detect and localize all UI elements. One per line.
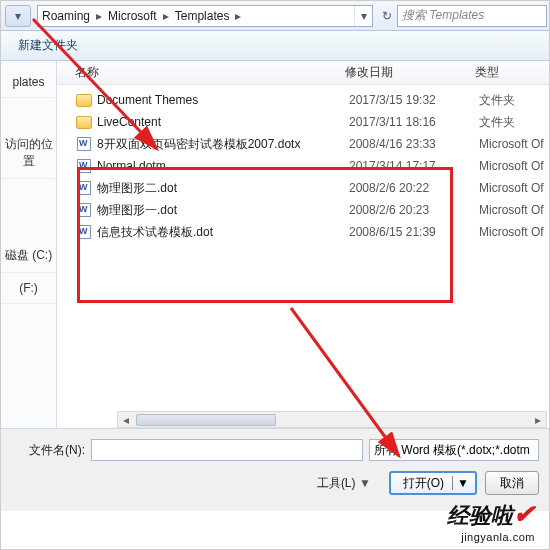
file-type: 文件夹 bbox=[479, 92, 549, 109]
scroll-right-icon[interactable]: ▸ bbox=[530, 413, 546, 427]
file-name: LiveContent bbox=[97, 115, 349, 129]
horizontal-scrollbar[interactable]: ◂ ▸ bbox=[117, 411, 547, 428]
folder-icon bbox=[75, 114, 93, 130]
table-row[interactable]: Document Themes2017/3/15 19:32文件夹 bbox=[57, 89, 549, 111]
word-icon bbox=[75, 202, 93, 218]
file-date: 2008/2/6 20:23 bbox=[349, 203, 479, 217]
table-row[interactable]: 物理图形一.dot2008/2/6 20:23Microsoft Of bbox=[57, 199, 549, 221]
file-name: Normal.dotm bbox=[97, 159, 349, 173]
crumb-microsoft[interactable]: Microsoft bbox=[104, 6, 161, 26]
scroll-left-icon[interactable]: ◂ bbox=[118, 413, 134, 427]
filename-input[interactable] bbox=[91, 439, 363, 461]
table-row[interactable]: LiveContent2017/3/11 18:16文件夹 bbox=[57, 111, 549, 133]
chevron-right-icon: ▸ bbox=[233, 9, 243, 23]
file-type: Microsoft Of bbox=[479, 159, 549, 173]
refresh-icon[interactable]: ↻ bbox=[377, 5, 397, 27]
header-name[interactable]: 名称 bbox=[75, 64, 345, 81]
file-date: 2017/3/15 19:32 bbox=[349, 93, 479, 107]
address-dropdown[interactable]: ▾ bbox=[354, 6, 372, 26]
filename-label: 文件名(N): bbox=[11, 442, 91, 459]
chevron-down-icon: ▼ bbox=[359, 476, 371, 490]
table-row[interactable]: 物理图形二.dot2008/2/6 20:22Microsoft Of bbox=[57, 177, 549, 199]
sidebar-item[interactable]: (F:) bbox=[1, 273, 56, 304]
file-type: 文件夹 bbox=[479, 114, 549, 131]
file-type: Microsoft Of bbox=[479, 203, 549, 217]
file-name: 物理图形一.dot bbox=[97, 202, 349, 219]
file-name: 8开双面双页码密封试卷模板2007.dotx bbox=[97, 136, 349, 153]
sidebar-item[interactable]: 访问的位置 bbox=[1, 128, 56, 179]
new-folder-button[interactable]: 新建文件夹 bbox=[7, 33, 89, 58]
file-type: Microsoft Of bbox=[479, 181, 549, 195]
word-icon bbox=[75, 136, 93, 152]
scroll-thumb[interactable] bbox=[136, 414, 276, 426]
header-date[interactable]: 修改日期 bbox=[345, 64, 475, 81]
crumb-roaming[interactable]: Roaming bbox=[38, 6, 94, 26]
header-type[interactable]: 类型 bbox=[475, 64, 549, 81]
word-icon bbox=[75, 180, 93, 196]
file-type-filter[interactable]: 所有 Word 模板(*.dotx;*.dotm bbox=[369, 439, 539, 461]
file-name: Document Themes bbox=[97, 93, 349, 107]
file-date: 2008/6/15 21:39 bbox=[349, 225, 479, 239]
chevron-right-icon: ▸ bbox=[94, 9, 104, 23]
crumb-templates[interactable]: Templates bbox=[171, 6, 234, 26]
filter-text: 所有 Word 模板(*.dotx;*.dotm bbox=[374, 442, 530, 459]
file-type: Microsoft Of bbox=[479, 225, 549, 239]
file-name: 信息技术试卷模板.dot bbox=[97, 224, 349, 241]
file-name: 物理图形二.dot bbox=[97, 180, 349, 197]
word-icon bbox=[75, 224, 93, 240]
folder-icon bbox=[75, 92, 93, 108]
sidebar: plates 访问的位置 磁盘 (C:) (F:) bbox=[1, 61, 57, 428]
breadcrumb[interactable]: Roaming ▸ Microsoft ▸ Templates ▸ ▾ bbox=[37, 5, 373, 27]
table-row[interactable]: 8开双面双页码密封试卷模板2007.dotx2008/4/16 23:33Mic… bbox=[57, 133, 549, 155]
sidebar-item[interactable]: 磁盘 (C:) bbox=[1, 239, 56, 273]
file-date: 2008/2/6 20:22 bbox=[349, 181, 479, 195]
word-icon bbox=[75, 158, 93, 174]
file-type: Microsoft Of bbox=[479, 137, 549, 151]
chevron-right-icon: ▸ bbox=[161, 9, 171, 23]
search-input[interactable]: 搜索 Templates bbox=[397, 5, 547, 27]
search-placeholder: 搜索 Templates bbox=[402, 7, 484, 24]
file-date: 2017/3/11 18:16 bbox=[349, 115, 479, 129]
chevron-down-icon[interactable]: ▼ bbox=[457, 476, 469, 490]
file-date: 2017/3/14 17:17 bbox=[349, 159, 479, 173]
table-row[interactable]: Normal.dotm2017/3/14 17:17Microsoft Of bbox=[57, 155, 549, 177]
tools-button[interactable]: 工具(L) ▼ bbox=[317, 475, 381, 492]
file-date: 2008/4/16 23:33 bbox=[349, 137, 479, 151]
table-row[interactable]: 信息技术试卷模板.dot2008/6/15 21:39Microsoft Of bbox=[57, 221, 549, 243]
open-button[interactable]: 打开(O) ▼ bbox=[389, 471, 477, 495]
watermark: 经验啦✔ jingyanla.com bbox=[447, 499, 535, 543]
column-headers[interactable]: 名称 修改日期 类型 bbox=[57, 61, 549, 85]
cancel-button[interactable]: 取消 bbox=[485, 471, 539, 495]
sidebar-item[interactable]: plates bbox=[1, 67, 56, 98]
history-dropdown[interactable]: ▾ bbox=[5, 5, 31, 27]
